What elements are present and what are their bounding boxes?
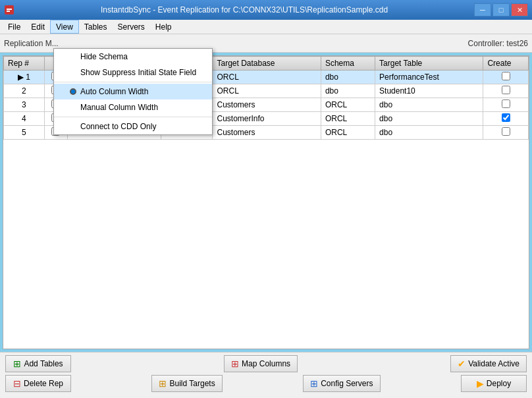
cell-schema: ORCL — [321, 112, 375, 126]
cell-target-table: dbo — [375, 112, 483, 126]
col-header-rep: Rep # — [4, 57, 45, 71]
menu-file[interactable]: File — [3, 20, 26, 34]
config-servers-icon: ⊞ — [310, 378, 318, 389]
menu-show-suppress[interactable]: Show Suppress Initial State Field — [54, 65, 212, 80]
cell-rep: 3 — [4, 98, 45, 112]
cell-create[interactable] — [483, 126, 529, 140]
hide-schema-label: Hide Schema — [80, 52, 128, 61]
add-tables-label: Add Tables — [24, 359, 63, 368]
minimize-button[interactable]: ─ — [474, 3, 491, 16]
cell-rep: ▶ 1 — [4, 71, 45, 84]
window-title: InstantdbSync - Event Replication for C:… — [14, 5, 474, 14]
menu-edit[interactable]: Edit — [26, 20, 50, 34]
show-suppress-label: Show Suppress Initial State Field — [80, 68, 196, 77]
cell-rep: 5 — [4, 126, 45, 140]
menu-auto-column[interactable]: Auto Column Width — [54, 84, 212, 100]
delete-rep-label: Delete Rep — [24, 379, 63, 388]
cell-schema: dbo — [321, 84, 375, 98]
show-suppress-spacer — [70, 69, 76, 76]
app-icon — [4, 5, 14, 15]
cell-schema: ORCL — [321, 126, 375, 140]
menu-manual-column[interactable]: Manual Column Width — [54, 100, 212, 115]
menu-tables[interactable]: Tables — [79, 20, 113, 34]
controller-label: Controller: test26 — [468, 39, 528, 48]
delete-rep-button[interactable]: ⊟ Delete Rep — [5, 375, 71, 392]
cell-schema: ORCL — [321, 98, 375, 112]
cell-target-table: dbo — [375, 126, 483, 140]
add-tables-button[interactable]: ⊞ Add Tables — [5, 355, 71, 372]
cell-target-db: Customers — [213, 126, 321, 140]
cell-create[interactable] — [483, 71, 529, 84]
deploy-icon: ▶ — [477, 378, 484, 389]
deploy-button[interactable]: ▶ Deploy — [461, 375, 527, 392]
auto-column-radio — [70, 88, 76, 95]
col-header-create: Create — [483, 57, 529, 71]
validate-active-label: Validate Active — [468, 359, 519, 368]
menu-connect-cdd[interactable]: Connect to CDD Only — [54, 119, 212, 134]
replication-label: Replication M... — [4, 39, 59, 48]
cell-target-db: ORCL — [213, 84, 321, 98]
cell-rep: 4 — [4, 112, 45, 126]
menu-servers[interactable]: Servers — [113, 20, 150, 34]
map-columns-label: Map Columns — [242, 359, 290, 368]
hide-schema-spacer — [70, 53, 76, 60]
validate-active-button[interactable]: ✔ Validate Active — [450, 355, 527, 372]
col-header-target-db: Target Database — [213, 57, 321, 71]
cell-create[interactable] — [483, 112, 529, 126]
bottom-row-1: ⊞ Add Tables ⊞ Map Columns ✔ Validate Ac… — [5, 355, 527, 372]
cell-target-db: CustomerInfo — [213, 112, 321, 126]
cell-target-table: PerformanceTest — [375, 71, 483, 84]
cell-target-db: Customers — [213, 98, 321, 112]
separator-2 — [54, 117, 212, 117]
maximize-button[interactable]: □ — [492, 3, 510, 16]
cell-target-table: Student10 — [375, 84, 483, 98]
cell-create[interactable] — [483, 84, 529, 98]
cell-schema: dbo — [321, 71, 375, 84]
col-header-target-table: Target Table — [375, 57, 483, 71]
build-targets-button[interactable]: ⊞ Build Targets — [151, 375, 222, 392]
connect-cdd-label: Connect to CDD Only — [80, 122, 156, 131]
connect-cdd-spacer — [70, 123, 76, 130]
delete-rep-icon: ⊟ — [13, 378, 21, 389]
menu-help[interactable]: Help — [150, 20, 177, 34]
map-columns-button[interactable]: ⊞ Map Columns — [224, 355, 298, 372]
view-dropdown-menu: Hide Schema Show Suppress Initial State … — [53, 48, 213, 135]
svg-rect-1 — [7, 9, 12, 10]
build-targets-icon: ⊞ — [159, 378, 167, 389]
config-servers-button[interactable]: ⊞ Config Servers — [303, 375, 380, 392]
title-bar: InstantdbSync - Event Replication for C:… — [0, 0, 532, 20]
menu-bar: File Edit View Tables Servers Help — [0, 20, 532, 34]
manual-column-label: Manual Column Width — [80, 103, 158, 112]
add-tables-icon: ⊞ — [13, 358, 21, 369]
dropdown-container: Hide Schema Show Suppress Initial State … — [53, 48, 213, 135]
bottom-row-2: ⊟ Delete Rep ⊞ Build Targets ⊞ Config Se… — [5, 375, 527, 392]
map-columns-icon: ⊞ — [231, 358, 239, 369]
menu-view[interactable]: View — [50, 20, 79, 34]
deploy-label: Deploy — [487, 379, 511, 388]
cell-target-db: ORCL — [213, 71, 321, 84]
auto-column-label: Auto Column Width — [80, 87, 148, 96]
cell-rep: 2 — [4, 84, 45, 98]
build-targets-label: Build Targets — [169, 379, 215, 388]
manual-column-radio — [70, 104, 76, 111]
svg-rect-2 — [7, 11, 10, 12]
config-servers-label: Config Servers — [321, 379, 373, 388]
separator-1 — [54, 82, 212, 82]
menu-hide-schema[interactable]: Hide Schema — [54, 49, 212, 65]
cell-target-table: dbo — [375, 98, 483, 112]
bottom-bar: ⊞ Add Tables ⊞ Map Columns ✔ Validate Ac… — [0, 352, 532, 398]
validate-icon: ✔ — [458, 358, 466, 369]
col-header-schema2: Schema — [321, 57, 375, 71]
cell-create[interactable] — [483, 98, 529, 112]
window-controls: ─ □ ✕ — [474, 3, 528, 16]
close-button[interactable]: ✕ — [511, 3, 528, 16]
